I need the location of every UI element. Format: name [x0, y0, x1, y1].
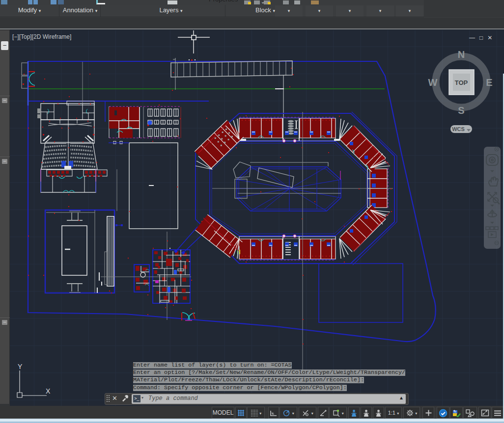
svg-text:N: N [458, 49, 465, 60]
svg-text:S: S [458, 105, 464, 116]
svg-text:E: E [486, 77, 492, 88]
svg-text:WCS: WCS [452, 126, 465, 132]
svg-text:Y: Y [18, 363, 23, 370]
svg-text:W: W [428, 77, 438, 88]
svg-text:X: X [46, 387, 51, 395]
svg-text:TOP: TOP [455, 79, 468, 86]
